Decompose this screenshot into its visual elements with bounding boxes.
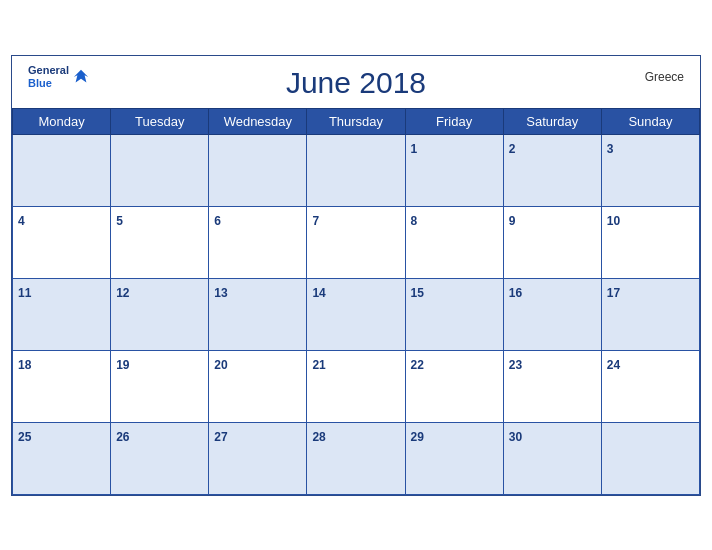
day-number-28: 28 bbox=[312, 430, 325, 444]
day-number-12: 12 bbox=[116, 286, 129, 300]
day-25: 25 bbox=[13, 422, 111, 494]
logo-blue: Blue bbox=[28, 77, 52, 89]
days-header-row: Monday Tuesday Wednesday Thursday Friday… bbox=[13, 108, 700, 134]
empty-day bbox=[307, 134, 405, 206]
day-29: 29 bbox=[405, 422, 503, 494]
day-15: 15 bbox=[405, 278, 503, 350]
day-8: 8 bbox=[405, 206, 503, 278]
day-14: 14 bbox=[307, 278, 405, 350]
week-row-4: 18192021222324 bbox=[13, 350, 700, 422]
day-7: 7 bbox=[307, 206, 405, 278]
day-number-11: 11 bbox=[18, 286, 31, 300]
day-number-2: 2 bbox=[509, 142, 516, 156]
day-24: 24 bbox=[601, 350, 699, 422]
day-number-21: 21 bbox=[312, 358, 325, 372]
day-13: 13 bbox=[209, 278, 307, 350]
day-22: 22 bbox=[405, 350, 503, 422]
country-label: Greece bbox=[645, 70, 684, 84]
day-number-1: 1 bbox=[411, 142, 418, 156]
day-17: 17 bbox=[601, 278, 699, 350]
day-19: 19 bbox=[111, 350, 209, 422]
header-monday: Monday bbox=[13, 108, 111, 134]
day-number-8: 8 bbox=[411, 214, 418, 228]
header-saturday: Saturday bbox=[503, 108, 601, 134]
day-28: 28 bbox=[307, 422, 405, 494]
day-number-4: 4 bbox=[18, 214, 25, 228]
day-2: 2 bbox=[503, 134, 601, 206]
day-12: 12 bbox=[111, 278, 209, 350]
day-10: 10 bbox=[601, 206, 699, 278]
day-number-5: 5 bbox=[116, 214, 123, 228]
day-18: 18 bbox=[13, 350, 111, 422]
empty-day bbox=[209, 134, 307, 206]
calendar-body: 1234567891011121314151617181920212223242… bbox=[13, 134, 700, 494]
day-3: 3 bbox=[601, 134, 699, 206]
day-11: 11 bbox=[13, 278, 111, 350]
week-row-3: 11121314151617 bbox=[13, 278, 700, 350]
day-number-27: 27 bbox=[214, 430, 227, 444]
empty-day bbox=[13, 134, 111, 206]
header-thursday: Thursday bbox=[307, 108, 405, 134]
day-27: 27 bbox=[209, 422, 307, 494]
day-number-17: 17 bbox=[607, 286, 620, 300]
day-number-9: 9 bbox=[509, 214, 516, 228]
header-friday: Friday bbox=[405, 108, 503, 134]
week-row-2: 45678910 bbox=[13, 206, 700, 278]
calendar-table: Monday Tuesday Wednesday Thursday Friday… bbox=[12, 108, 700, 495]
day-16: 16 bbox=[503, 278, 601, 350]
day-9: 9 bbox=[503, 206, 601, 278]
month-title: June 2018 bbox=[286, 66, 426, 100]
day-number-26: 26 bbox=[116, 430, 129, 444]
week-row-5: 252627282930 bbox=[13, 422, 700, 494]
day-26: 26 bbox=[111, 422, 209, 494]
svg-marker-0 bbox=[74, 69, 88, 82]
day-number-18: 18 bbox=[18, 358, 31, 372]
day-number-16: 16 bbox=[509, 286, 522, 300]
header-tuesday: Tuesday bbox=[111, 108, 209, 134]
header-sunday: Sunday bbox=[601, 108, 699, 134]
logo-bird-icon bbox=[72, 68, 90, 86]
day-number-25: 25 bbox=[18, 430, 31, 444]
day-number-19: 19 bbox=[116, 358, 129, 372]
calendar-header: General Blue June 2018 Greece bbox=[12, 56, 700, 108]
header-wednesday: Wednesday bbox=[209, 108, 307, 134]
day-number-10: 10 bbox=[607, 214, 620, 228]
day-30: 30 bbox=[503, 422, 601, 494]
day-number-22: 22 bbox=[411, 358, 424, 372]
day-number-30: 30 bbox=[509, 430, 522, 444]
day-21: 21 bbox=[307, 350, 405, 422]
day-number-15: 15 bbox=[411, 286, 424, 300]
day-number-23: 23 bbox=[509, 358, 522, 372]
day-number-3: 3 bbox=[607, 142, 614, 156]
day-number-20: 20 bbox=[214, 358, 227, 372]
empty-day bbox=[601, 422, 699, 494]
empty-day bbox=[111, 134, 209, 206]
day-6: 6 bbox=[209, 206, 307, 278]
day-number-29: 29 bbox=[411, 430, 424, 444]
week-row-1: 123 bbox=[13, 134, 700, 206]
day-number-6: 6 bbox=[214, 214, 221, 228]
day-number-7: 7 bbox=[312, 214, 319, 228]
day-20: 20 bbox=[209, 350, 307, 422]
day-number-24: 24 bbox=[607, 358, 620, 372]
day-5: 5 bbox=[111, 206, 209, 278]
day-4: 4 bbox=[13, 206, 111, 278]
logo: General Blue bbox=[28, 64, 90, 90]
day-1: 1 bbox=[405, 134, 503, 206]
day-number-13: 13 bbox=[214, 286, 227, 300]
day-23: 23 bbox=[503, 350, 601, 422]
logo-general: General bbox=[28, 64, 69, 76]
calendar: General Blue June 2018 Greece Monday Tue… bbox=[11, 55, 701, 496]
day-number-14: 14 bbox=[312, 286, 325, 300]
